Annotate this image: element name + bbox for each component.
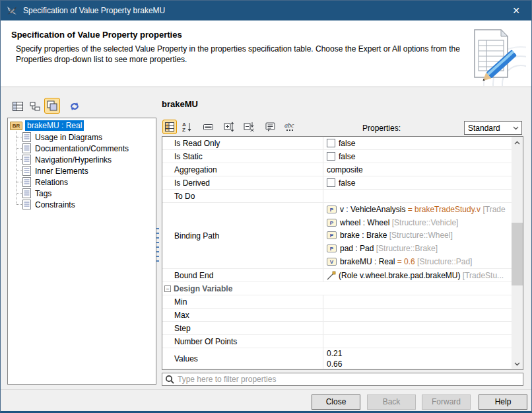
is-derived-checkbox[interactable] (327, 178, 335, 187)
tree-item-label[interactable]: Documentation/Comments (35, 144, 129, 153)
table-row-values[interactable]: Values 0.21 0.66 (162, 348, 512, 369)
page-icon (22, 200, 31, 209)
element-name-title: brakeMU (162, 99, 198, 109)
number-of-points-value[interactable] (323, 335, 512, 348)
values-line[interactable]: 0.66 (327, 359, 342, 369)
row-label: Values (162, 354, 323, 363)
filter-input[interactable] (178, 375, 523, 384)
to-do-value[interactable] (323, 190, 512, 202)
vertical-scrollbar[interactable] (512, 137, 523, 369)
row-label: Is Derived (162, 178, 323, 188)
binding-name: brake : Brake (340, 231, 387, 240)
tree-item-label[interactable]: Constraints (35, 200, 75, 209)
connector-end-icon (327, 271, 336, 280)
collapse-nodes-icon[interactable] (242, 120, 256, 134)
magicdraw-logo-icon (7, 5, 17, 16)
table-row-max[interactable]: Max (162, 309, 512, 322)
checkbox-value-label: false (339, 178, 355, 188)
show-documentation-icon[interactable] (263, 120, 277, 134)
close-button[interactable]: Close (312, 394, 360, 410)
binding-path-line[interactable]: P brake : Brake [Structure::Wheel] (327, 229, 453, 243)
page-icon (22, 166, 31, 176)
dialog-header: Specification of Value Property properti… (1, 20, 531, 87)
aggregation-value[interactable]: composite (327, 165, 363, 174)
binding-assignment: = 0.6 (395, 257, 415, 266)
splitter-handle[interactable] (156, 228, 159, 262)
step-value[interactable] (323, 322, 512, 334)
part-property-badge-icon: P (327, 231, 337, 239)
table-row-is-derived[interactable]: Is Derived false (162, 176, 512, 190)
title-bar[interactable]: Specification of Value Property brakeMU … (1, 1, 531, 20)
tree-item-inner-elements[interactable]: Inner Elements (16, 165, 156, 176)
tree-item-label[interactable]: Inner Elements (35, 167, 88, 176)
tree-item-tags[interactable]: Tags (16, 188, 156, 199)
checkbox-value-label: false (339, 139, 355, 148)
table-row-to-do[interactable]: To Do (162, 190, 512, 203)
overlapping-windows-icon[interactable] (44, 98, 60, 114)
table-row-number-of-points[interactable]: Number Of Points (162, 335, 512, 348)
page-icon (22, 188, 31, 198)
tree-item-usage-in-diagrams[interactable]: Usage in Diagrams (16, 131, 156, 143)
tree-item-label[interactable]: Tags (35, 189, 51, 198)
checkbox-value-label: false (339, 152, 355, 161)
table-row-min[interactable]: Min (162, 295, 512, 309)
tree-item-navigation[interactable]: Navigation/Hyperlinks (16, 154, 156, 165)
properties-mode-select[interactable]: Standard (464, 121, 522, 135)
tree-item-label[interactable]: Usage in Diagrams (35, 133, 102, 142)
part-property-badge-icon: P (327, 219, 337, 227)
binding-path-line[interactable]: P v : VehicleAnalysis = brakeTradeStudy.… (327, 203, 506, 216)
page-icon (22, 155, 31, 165)
specification-tree[interactable]: BR brakeMU : Real Usage in Diagrams Docu… (7, 118, 156, 385)
binding-assignment: = brakeTradeStudy.v (405, 205, 481, 214)
binding-path-line[interactable]: P pad : Pad [Structure::Brake] (327, 242, 438, 255)
expand-nodes-icon[interactable] (222, 120, 236, 134)
help-button[interactable]: Help (479, 394, 527, 410)
binding-name: wheel : Wheel (340, 218, 389, 227)
binding-name: v : VehicleAnalysis (340, 205, 405, 214)
scrollbar-thumb[interactable] (512, 223, 523, 285)
back-button: Back (367, 394, 416, 410)
tree-view-icon[interactable] (27, 98, 43, 114)
page-icon (22, 132, 31, 142)
is-static-checkbox[interactable] (327, 152, 335, 161)
window-title: Specification of Value Property brakeMU (23, 6, 501, 15)
section-header-design-variable[interactable]: − Design Variable (162, 282, 512, 295)
tree-item-relations[interactable]: Relations (16, 176, 156, 188)
max-value[interactable] (323, 309, 512, 321)
show-description-icon[interactable] (201, 120, 215, 134)
header-title: Specification of Value Property properti… (11, 30, 182, 40)
abc-filter-icon[interactable]: abc (283, 120, 297, 134)
binding-path-line[interactable]: V brakeMU : Real = 0.6 [Structure::Pad] (327, 255, 472, 268)
properties-grid-icon[interactable] (10, 98, 26, 114)
tree-root-label[interactable]: brakeMU : Real (25, 120, 84, 131)
sort-alphabetically-icon[interactable]: A Z (180, 120, 194, 134)
tree-item-documentation[interactable]: Documentation/Comments (16, 143, 156, 154)
tree-item-root[interactable]: BR brakeMU : Real (10, 120, 156, 131)
binding-path-line[interactable]: P wheel : Wheel [Structure::Vehicle] (327, 216, 458, 229)
table-row-aggregation[interactable]: Aggregation composite (162, 163, 512, 176)
part-property-badge-icon: P (327, 244, 337, 252)
scroll-up-icon[interactable] (512, 137, 523, 148)
collapse-section-icon[interactable]: − (164, 285, 171, 292)
scroll-down-icon[interactable] (512, 358, 523, 369)
tree-item-label[interactable]: Relations (35, 178, 68, 187)
table-row-is-static[interactable]: Is Static false (162, 150, 512, 163)
table-row-step[interactable]: Step (162, 322, 512, 335)
binding-suffix: [Structure::Vehicle] (389, 218, 458, 227)
is-read-only-checkbox[interactable] (327, 139, 335, 147)
table-row-binding-path[interactable]: Binding Path P v : VehicleAnalysis = bra… (162, 203, 512, 269)
filter-field[interactable] (162, 373, 523, 386)
tree-item-label[interactable]: Navigation/Hyperlinks (35, 155, 112, 165)
row-label: Max (162, 311, 323, 320)
values-line[interactable]: 0.21 (327, 348, 342, 359)
min-value[interactable] (323, 295, 512, 308)
chevron-down-icon[interactable] (510, 122, 521, 134)
table-row-is-read-only[interactable]: Is Read Only false (162, 137, 512, 150)
categorized-view-icon[interactable] (162, 120, 177, 134)
tree-item-constraints[interactable]: Constraints (16, 199, 156, 210)
close-icon[interactable]: ✕ (501, 1, 531, 20)
properties-table[interactable]: Is Read Only false Is Static false Aggre… (162, 136, 523, 370)
binding-suffix: [Structure::Pad] (415, 257, 473, 266)
refresh-icon[interactable] (67, 98, 83, 114)
table-row-bound-end[interactable]: Bound End (Role v.wheel.brake.pad.brakeM… (162, 269, 512, 282)
